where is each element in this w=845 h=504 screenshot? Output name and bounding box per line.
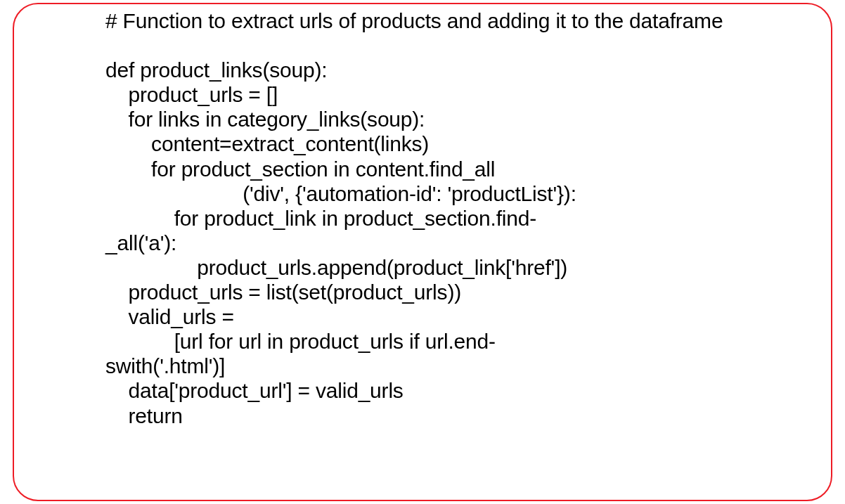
code-frame: # Function to extract urls of products a…	[13, 3, 832, 501]
code-block: # Function to extract urls of products a…	[105, 8, 817, 500]
